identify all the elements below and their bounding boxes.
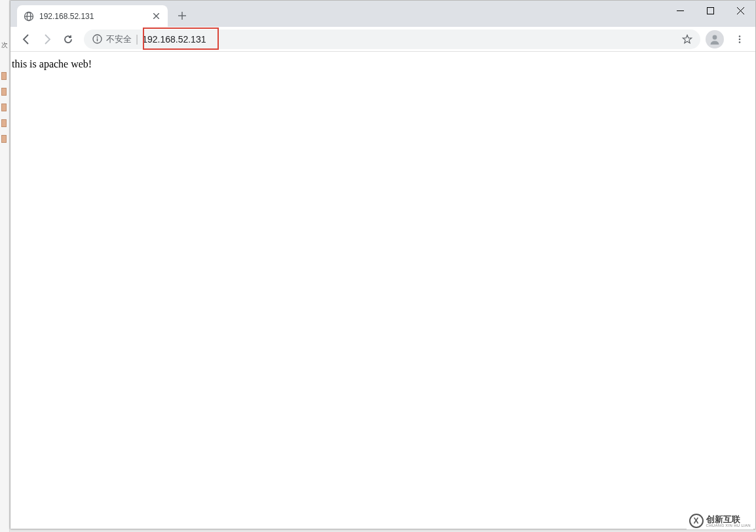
toolbar: 不安全 | 192.168.52.131 (10, 27, 755, 52)
page-content: this is apache web! (10, 52, 755, 529)
title-bar: 192.168.52.131 (10, 1, 755, 27)
browser-window: 192.168.52.131 (10, 0, 756, 529)
globe-icon (24, 11, 34, 22)
svg-point-15 (739, 35, 741, 37)
profile-avatar[interactable] (706, 30, 724, 48)
svg-point-14 (713, 35, 717, 39)
svg-point-17 (739, 41, 741, 43)
info-icon[interactable] (92, 34, 102, 45)
external-sidebar-item (1, 88, 7, 96)
watermark-sub: CHUANG XIN HU LIAN (706, 523, 751, 527)
svg-point-16 (739, 38, 741, 40)
watermark: X 创新互联 CHUANG XIN HU LIAN (687, 512, 753, 529)
page-body-text: this is apache web! (12, 58, 92, 69)
toolbar-right (706, 29, 750, 50)
tab-title: 192.168.52.131 (39, 12, 151, 21)
separator: | (136, 33, 138, 45)
close-tab-button[interactable] (151, 11, 161, 22)
external-sidebar-item (1, 104, 7, 111)
forward-button[interactable] (37, 29, 58, 50)
minimize-button[interactable] (665, 1, 695, 20)
reload-button[interactable] (58, 29, 79, 50)
new-tab-button[interactable] (173, 7, 191, 25)
browser-tab[interactable]: 192.168.52.131 (17, 5, 168, 27)
security-label: 不安全 (106, 33, 132, 45)
maximize-button[interactable] (695, 1, 725, 20)
external-sidebar-item (1, 119, 7, 127)
external-sidebar: 次 (0, 0, 10, 532)
back-button[interactable] (16, 29, 37, 50)
close-window-button[interactable] (725, 1, 755, 20)
bookmark-star-icon[interactable] (682, 34, 692, 45)
watermark-logo-icon: X (689, 514, 704, 528)
menu-button[interactable] (729, 29, 750, 50)
external-sidebar-item (1, 135, 7, 143)
window-controls (665, 1, 755, 20)
svg-point-12 (96, 37, 98, 38)
url-text: 192.168.52.131 (142, 34, 682, 45)
address-bar[interactable]: 不安全 | 192.168.52.131 (84, 29, 700, 49)
watermark-text: 创新互联 CHUANG XIN HU LIAN (706, 515, 751, 527)
watermark-main: 创新互联 (706, 515, 751, 523)
svg-rect-8 (707, 7, 713, 14)
external-sidebar-item (1, 72, 7, 80)
external-sidebar-label: 次 (1, 41, 8, 50)
